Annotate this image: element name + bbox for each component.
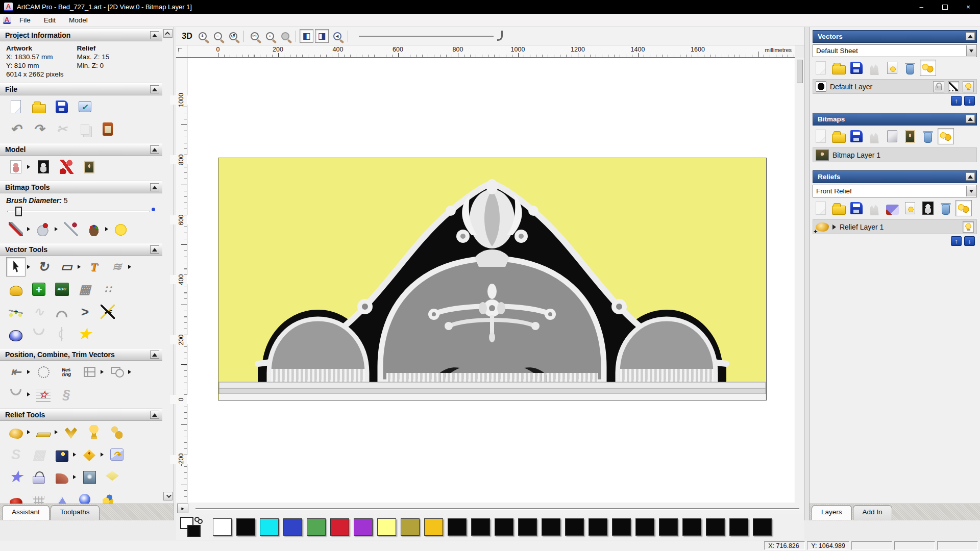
copy-transform-relief-icon[interactable]: ↷ [107, 445, 127, 464]
vector-sheet-dropdown-icon[interactable] [966, 45, 976, 56]
collapse-reliefs-icon[interactable] [966, 172, 975, 181]
create-dome-icon[interactable] [6, 324, 26, 344]
toggle-relief-visibility-icon[interactable] [902, 200, 918, 216]
open-relief-layers-icon[interactable] [830, 200, 847, 216]
palette-swatch-23[interactable] [753, 518, 772, 536]
merge-bitmap-layers-icon[interactable] [866, 128, 883, 144]
open-vector-layers-icon[interactable] [830, 60, 847, 76]
smooth-relief-icon[interactable] [6, 490, 26, 504]
align-vectors-flyout-icon[interactable] [27, 370, 30, 374]
vector-sheet-select[interactable]: Default Sheet [813, 44, 977, 57]
text-block-icon[interactable]: ABC [52, 280, 71, 299]
sphere-ornament-icon[interactable] [75, 490, 94, 504]
zoom-fit-button[interactable]: ▫ [263, 29, 277, 43]
show-all-bitmap-layers-icon[interactable] [938, 128, 954, 144]
paste-along-curve-icon[interactable]: ∷ [98, 280, 117, 299]
colour-palette-flyout-icon[interactable] [105, 227, 108, 231]
palette-swatch-11[interactable] [471, 518, 490, 536]
palette-swatch-19[interactable] [659, 518, 678, 536]
palette-swatch-16[interactable] [589, 518, 607, 536]
zoom-slider[interactable] [359, 30, 507, 43]
greyscale-from-relief-icon[interactable] [920, 200, 936, 216]
scroll-down-icon[interactable] [163, 492, 173, 500]
toggle-vector-visibility-icon[interactable] [884, 60, 900, 76]
text-on-curve-icon[interactable] [34, 362, 53, 382]
redo-icon[interactable]: ↷ [29, 119, 48, 139]
view-3d-button[interactable]: 3D [180, 29, 194, 43]
palette-swatch-22[interactable] [729, 518, 748, 536]
save-bitmap-layers-icon[interactable] [848, 128, 865, 144]
create-star-icon[interactable]: ★ [75, 324, 94, 344]
new-relief-layer-icon[interactable] [813, 200, 829, 216]
relief-dropdown-icon[interactable] [966, 186, 976, 196]
collapse-position-icon[interactable] [150, 350, 159, 359]
palette-swatch-13[interactable] [518, 518, 537, 536]
palette-swatch-15[interactable] [565, 518, 584, 536]
snap-layer-button[interactable] [948, 81, 959, 92]
palette-swatch-9[interactable] [424, 518, 443, 536]
tab-add-in[interactable]: Add In [853, 505, 892, 520]
relief-layer-name[interactable]: Relief Layer 1 [840, 223, 884, 231]
envelope-mesh-icon[interactable]: ▦ [75, 280, 94, 299]
scroll-up-icon[interactable] [163, 29, 173, 38]
show-all-vector-layers-icon[interactable] [920, 60, 936, 76]
zoom-in-button[interactable]: + [195, 29, 209, 43]
save-vector-layers-icon[interactable] [848, 60, 865, 76]
section-file[interactable]: File [0, 83, 162, 95]
secondary-colour-icon[interactable] [187, 525, 201, 537]
palette-swatch-14[interactable] [542, 518, 560, 536]
cut-icon[interactable]: ✂ [52, 119, 71, 139]
panel-splitter[interactable] [804, 27, 810, 520]
weld-vectors-flyout-icon[interactable] [128, 370, 131, 374]
section-model[interactable]: Model [0, 143, 162, 156]
envelope-distortion-flyout-icon[interactable] [128, 265, 131, 269]
section-project-information[interactable]: Project Information [0, 29, 162, 41]
palette-swatch-12[interactable] [495, 518, 513, 536]
collapse-model-icon[interactable] [150, 145, 159, 154]
select-vectors-flyout-icon[interactable] [27, 265, 30, 269]
node-editing-icon[interactable]: + [6, 302, 26, 321]
zoom-slider-handle-icon[interactable] [497, 31, 503, 41]
interlock-vectors-icon[interactable]: § [57, 385, 76, 404]
open-bitmap-layers-icon[interactable] [830, 128, 847, 144]
vectors-section-header[interactable]: Vectors [813, 30, 977, 43]
hscroll-track[interactable] [195, 508, 799, 509]
expand-relief-layer-icon[interactable] [832, 224, 836, 230]
move-relief-up-button[interactable]: ↑ [951, 236, 962, 246]
zoom-objects-button[interactable] [278, 29, 292, 43]
constant-height-relief-icon[interactable] [29, 467, 48, 487]
model-options-icon[interactable]: ✓ [75, 97, 94, 116]
link-colours-icon[interactable] [194, 517, 200, 522]
mirror-vectors-icon[interactable] [52, 324, 71, 344]
canvas-horizontal-scrollbar[interactable]: ▸ [176, 503, 804, 514]
vector-layer-row[interactable]: Default Layer [813, 79, 977, 94]
swept-profiles-icon[interactable] [61, 422, 81, 442]
vector-layer-visibility-button[interactable] [963, 81, 974, 92]
palette-swatch-20[interactable] [682, 518, 701, 536]
palette-swatch-8[interactable] [401, 518, 420, 536]
menu-edit[interactable]: Edit [37, 14, 62, 26]
relief-layer-stack-icon[interactable] [103, 467, 122, 487]
paint-bitmap-icon[interactable] [6, 219, 26, 239]
toggle-layers-panel-button[interactable]: ◨ [315, 29, 329, 43]
tab-layers[interactable]: Layers [812, 505, 852, 520]
model-lighting-icon[interactable] [57, 157, 76, 177]
move-relief-down-button[interactable]: ↓ [964, 236, 975, 246]
palette-swatch-5[interactable] [330, 518, 349, 536]
collapse-vectors-icon[interactable] [966, 32, 975, 40]
palette-swatch-0[interactable] [213, 518, 232, 536]
texture-relief-icon[interactable] [52, 445, 71, 464]
merge-vector-layers-icon[interactable] [866, 60, 883, 76]
collapse-vector-icon[interactable] [150, 245, 159, 254]
paste-icon[interactable] [98, 119, 117, 139]
bitmaps-section-header[interactable]: Bitmaps [813, 113, 977, 126]
relief-select[interactable]: Front Relief [813, 185, 977, 197]
bitmap-layer-row[interactable]: Bitmap Layer 1 [813, 147, 977, 162]
turn-relief-flyout-icon[interactable] [73, 475, 76, 479]
flood-fill-icon[interactable] [34, 219, 53, 239]
texture-relief-flyout-icon[interactable] [73, 453, 76, 457]
sculpt-relief-icon[interactable] [6, 422, 26, 442]
canvas-vertical-scrollbar[interactable] [795, 58, 804, 503]
block-paste-icon[interactable] [80, 362, 99, 382]
trim-vectors-icon[interactable]: ✂ [98, 302, 117, 321]
